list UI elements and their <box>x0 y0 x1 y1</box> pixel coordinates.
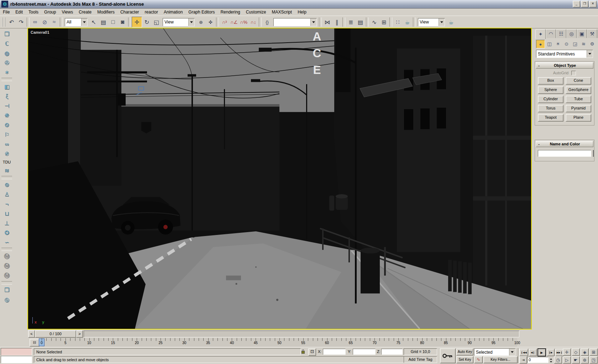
time-slider-track[interactable] <box>84 331 519 337</box>
menu-create[interactable]: Create <box>76 9 94 15</box>
menu-tools[interactable]: Tools <box>26 9 41 15</box>
gear-icon[interactable]: ⚙ <box>1 120 12 130</box>
spinner-snap-icon[interactable]: ∩↕ <box>248 17 258 27</box>
car-wheel-icon[interactable]: ✪ <box>1 228 12 237</box>
maxscript-mini-listener-top[interactable] <box>1 348 32 355</box>
maximize-button[interactable]: ❐ <box>581 1 588 7</box>
selection-filter-dropdown[interactable]: All <box>65 18 88 26</box>
field-of-view-icon[interactable]: ▷ <box>563 356 571 364</box>
z-coordinate-field[interactable] <box>381 349 403 355</box>
zoom-all-icon[interactable]: ◇ <box>572 348 580 356</box>
named-selection-sets-dropdown[interactable] <box>273 18 317 26</box>
tab-utilities[interactable]: ⚒ <box>587 29 597 38</box>
apply-cloth-modifier-icon[interactable]: Ⓜ <box>1 252 12 261</box>
curve-editor-icon[interactable]: ∿ <box>369 17 379 27</box>
object-type-cone[interactable]: Cone <box>566 77 591 85</box>
point-point-constraint-icon[interactable]: ⊔ <box>1 209 12 218</box>
layer-list-icon[interactable]: ▤ <box>356 17 365 27</box>
category-geometry[interactable]: ● <box>536 40 545 48</box>
object-color-swatch[interactable] <box>593 150 594 157</box>
y-coordinate-field[interactable] <box>353 349 376 355</box>
x-coordinate-field[interactable] <box>323 349 346 355</box>
chevron-down-icon[interactable] <box>188 18 194 26</box>
play-button[interactable]: ▶ <box>537 348 546 357</box>
water-icon[interactable]: ≋ <box>1 166 12 175</box>
chevron-down-icon[interactable] <box>509 349 515 355</box>
next-frame-button[interactable]: ❙▶ <box>547 349 555 356</box>
category-systems[interactable]: ⚙ <box>588 40 596 48</box>
schematic-view-icon[interactable]: ⊞ <box>379 17 389 27</box>
time-configuration-button[interactable]: ◷ <box>554 356 562 364</box>
track-bar-ruler[interactable]: 0510152025303540455055606570758085909510… <box>42 338 517 347</box>
selection-lock-toggle[interactable] <box>300 349 306 354</box>
apply-rope-modifier-icon[interactable]: Ⓜ <box>1 271 12 280</box>
category-helpers[interactable]: ◲ <box>571 40 579 48</box>
menu-edit[interactable]: Edit <box>12 9 26 15</box>
soft-body-collection-icon[interactable]: ◍ <box>1 48 12 58</box>
time-slider-next-button[interactable]: > <box>76 330 83 338</box>
window-crossing-toggle-icon[interactable]: ◙ <box>118 17 127 27</box>
select-by-name-icon[interactable]: ▤ <box>99 17 108 27</box>
go-to-start-button[interactable]: ❙◀◀ <box>519 349 528 356</box>
camera-viewport[interactable]: Camera01 ACE x y <box>27 28 532 330</box>
object-type-tube[interactable]: Tube <box>566 96 591 103</box>
object-type-plane[interactable]: Plane <box>566 114 591 122</box>
viewport-scene[interactable] <box>28 28 531 329</box>
set-keys-button[interactable] <box>440 348 456 363</box>
mirror-icon[interactable]: ⋈ <box>322 17 332 27</box>
frame-spinner[interactable] <box>549 357 553 363</box>
category-space-warps[interactable]: ≋ <box>579 40 588 48</box>
material-editor-icon[interactable]: ∷ <box>393 17 403 27</box>
object-type-sphere[interactable]: Sphere <box>538 86 563 94</box>
object-type-box[interactable]: Box <box>538 77 563 85</box>
tab-modify[interactable]: ◠ <box>546 29 556 38</box>
zoom-icon[interactable]: ✛ <box>563 348 571 356</box>
menu-modifiers[interactable]: Modifiers <box>94 9 117 15</box>
min-max-toggle-icon[interactable]: ◳ <box>589 356 598 364</box>
object-type-pyramid[interactable]: Pyramid <box>566 105 591 112</box>
property-editor-icon[interactable]: ❐ <box>1 285 12 295</box>
set-key-button[interactable]: Set Key <box>456 356 473 363</box>
prismatic-constraint-icon[interactable]: ⊥ <box>1 218 12 228</box>
damper-icon[interactable]: ⊣ <box>1 101 12 111</box>
zoom-extents-icon[interactable]: ◈ <box>581 348 589 356</box>
plane-icon[interactable]: ◧ <box>1 82 12 91</box>
zoom-extents-all-icon[interactable]: ⊞ <box>589 348 598 356</box>
category-shapes[interactable]: ◫ <box>545 40 554 48</box>
add-time-tag[interactable]: Add Time Tag <box>404 356 437 363</box>
object-type-cylinder[interactable]: Cylinder <box>538 96 563 103</box>
object-name-field[interactable] <box>538 150 591 157</box>
layer-manager-icon[interactable]: ≣ <box>346 17 356 27</box>
maxscript-mini-listener-bottom[interactable] <box>1 356 32 363</box>
use-pivot-center-icon[interactable]: ⊕ <box>196 17 206 27</box>
open-mini-curve-editor-button[interactable]: ⊟ <box>30 339 40 347</box>
menu-customize[interactable]: Customize <box>243 9 269 15</box>
time-slider-prev-button[interactable]: < <box>28 330 35 338</box>
select-and-scale-icon[interactable]: ◱ <box>152 17 161 27</box>
menu-group[interactable]: Group <box>41 9 59 15</box>
chevron-down-icon[interactable] <box>587 50 593 58</box>
chevron-down-icon[interactable] <box>81 18 87 26</box>
menu-views[interactable]: Views <box>59 9 76 15</box>
rope-collection-icon[interactable]: ✇ <box>1 58 12 68</box>
menu-reactor[interactable]: reactor <box>142 9 161 15</box>
reference-coordinate-dropdown[interactable]: View <box>163 18 195 26</box>
edit-named-selection-sets-icon[interactable]: {} <box>262 17 272 27</box>
absolute-mode-toggle[interactable]: ⊡ <box>308 348 316 356</box>
selection-set-dropdown[interactable]: Selected <box>474 348 515 356</box>
toolbar-grip[interactable] <box>2 17 5 27</box>
key-mode-toggle-button[interactable]: ⇥ <box>519 356 527 364</box>
tab-motion[interactable]: ◎ <box>566 29 577 38</box>
tab-hierarchy[interactable]: ☷ <box>556 29 566 38</box>
rectangular-selection-region-icon[interactable]: □ <box>108 17 118 27</box>
previous-frame-button[interactable]: ◀❙ <box>529 349 537 356</box>
name-and-color-rollout-header[interactable]: - Name and Color <box>536 141 593 147</box>
redo-icon[interactable]: ↷ <box>16 17 26 27</box>
select-object-icon[interactable]: ↖ <box>89 17 99 27</box>
menu-animation[interactable]: Animation <box>161 9 185 15</box>
tab-display[interactable]: ▣ <box>577 29 587 38</box>
toy-car-icon[interactable]: ∞ <box>1 139 12 149</box>
category-cameras[interactable]: ⊙ <box>562 40 571 48</box>
arc-rotate-icon[interactable]: ⊚ <box>581 356 589 364</box>
fracture-icon[interactable]: ※ <box>1 149 12 159</box>
